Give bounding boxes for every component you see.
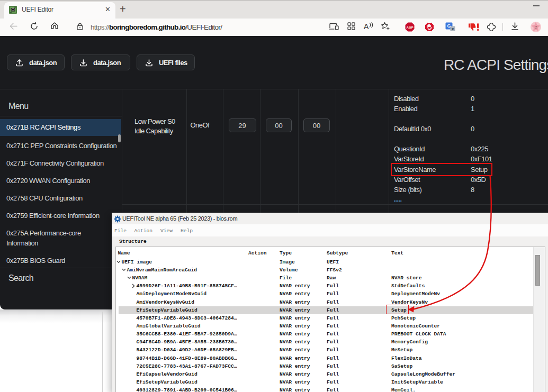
svg-text:ABP: ABP (406, 25, 413, 29)
svg-text:G: G (447, 23, 451, 29)
